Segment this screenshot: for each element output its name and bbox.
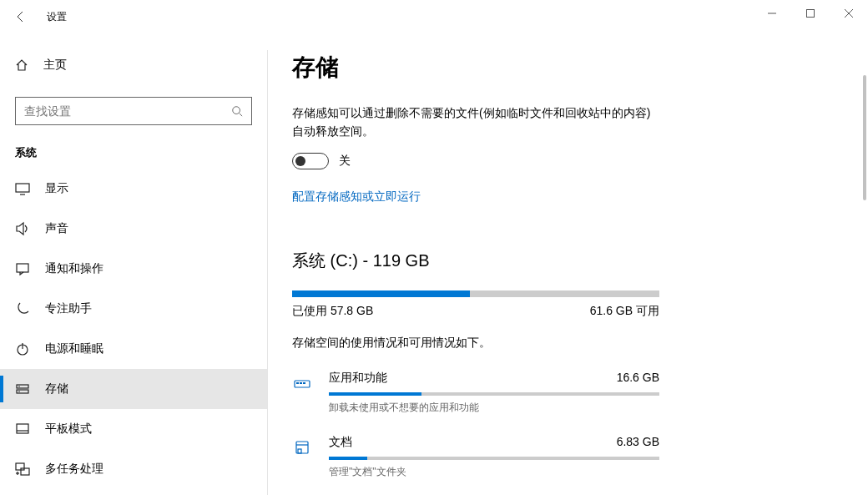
svg-rect-1 (807, 10, 815, 18)
close-button[interactable] (830, 0, 868, 27)
svg-rect-6 (16, 184, 29, 192)
toggle-state-label: 关 (339, 154, 351, 169)
display-icon (15, 181, 30, 196)
drive-usage-bar (292, 290, 659, 297)
sidebar-item-label: 通知和操作 (45, 261, 103, 276)
main-content: 存储 存储感知可以通过删除不需要的文件(例如临时文件和回收站中的内容)自动释放空… (267, 33, 868, 495)
power-icon (15, 341, 30, 356)
sidebar-section-title: 系统 (0, 130, 267, 169)
sidebar-item-storage[interactable]: 存储 (0, 369, 267, 409)
svg-rect-26 (298, 449, 301, 453)
drive-used-label: 已使用 57.8 GB (292, 304, 373, 319)
category-fill (329, 457, 367, 460)
notifications-icon (15, 261, 30, 276)
sidebar-nav: 显示声音通知和操作专注助手电源和睡眠存储平板模式多任务处理 (0, 169, 267, 489)
svg-rect-23 (300, 382, 302, 384)
sidebar-item-focus[interactable]: 专注助手 (0, 289, 267, 329)
sidebar: 主页 系统 显示声音通知和操作专注助手电源和睡眠存储平板模式多任务处理 (0, 33, 267, 495)
maximize-icon (806, 9, 815, 18)
sidebar-item-notifications[interactable]: 通知和操作 (0, 249, 267, 289)
minimize-button[interactable] (753, 0, 791, 27)
storage-category[interactable]: 文档6.83 GB管理"文档"文件夹 (292, 435, 659, 479)
category-name: 应用和功能 (329, 371, 387, 386)
drive-free-label: 61.6 GB 可用 (590, 304, 659, 319)
toggle-knob (295, 156, 305, 166)
sidebar-home-label: 主页 (43, 58, 67, 73)
window-title: 设置 (47, 10, 67, 24)
sidebar-item-tablet[interactable]: 平板模式 (0, 409, 267, 449)
search-icon (223, 98, 251, 124)
svg-rect-11 (17, 385, 28, 388)
svg-rect-24 (303, 382, 305, 384)
storage-category[interactable]: 应用和功能16.6 GB卸载未使用或不想要的应用和功能 (292, 371, 659, 415)
storage-sense-toggle[interactable] (292, 153, 329, 169)
search-box[interactable] (15, 97, 252, 125)
sidebar-item-label: 专注助手 (45, 301, 92, 316)
configure-storage-sense-link[interactable]: 配置存储感知或立即运行 (292, 189, 421, 205)
category-bar (329, 457, 659, 460)
svg-point-14 (18, 391, 20, 392)
drive-title: 系统 (C:) - 119 GB (292, 250, 835, 272)
category-bar (329, 392, 659, 396)
multitask-icon (15, 462, 30, 477)
usage-description: 存储空间的使用情况和可用情况如下。 (292, 336, 835, 351)
storage-icon (15, 381, 30, 397)
apps-icon (292, 373, 312, 393)
svg-point-13 (18, 386, 20, 387)
scrollbar[interactable] (863, 75, 866, 200)
category-hint: 卸载未使用或不想要的应用和功能 (329, 401, 659, 415)
sidebar-item-label: 电源和睡眠 (45, 341, 103, 356)
sidebar-item-power[interactable]: 电源和睡眠 (0, 329, 267, 369)
tablet-icon (15, 422, 30, 437)
svg-point-4 (233, 107, 240, 114)
focus-icon (15, 301, 30, 316)
sidebar-item-multitask[interactable]: 多任务处理 (0, 449, 267, 489)
category-name: 文档 (329, 435, 352, 450)
category-size: 6.83 GB (617, 435, 659, 450)
svg-rect-18 (21, 468, 29, 475)
svg-rect-12 (17, 390, 28, 393)
category-hint: 管理"文档"文件夹 (329, 465, 659, 479)
svg-rect-22 (296, 382, 299, 384)
category-fill (329, 392, 421, 396)
svg-rect-17 (16, 463, 24, 470)
arrow-left-icon (14, 10, 28, 23)
page-title: 存储 (292, 52, 835, 83)
svg-rect-8 (17, 264, 28, 272)
sidebar-item-label: 声音 (45, 221, 68, 236)
home-icon (15, 58, 28, 72)
sidebar-item-display[interactable]: 显示 (0, 169, 267, 209)
sound-icon (15, 221, 30, 236)
maximize-button[interactable] (791, 0, 830, 27)
close-icon (845, 9, 853, 18)
search-input[interactable] (16, 98, 223, 124)
sidebar-home[interactable]: 主页 (0, 48, 267, 82)
sidebar-item-label: 显示 (45, 181, 68, 196)
sidebar-item-label: 多任务处理 (45, 462, 103, 477)
sidebar-item-sound[interactable]: 声音 (0, 209, 267, 249)
minimize-icon (768, 9, 776, 18)
back-button[interactable] (8, 4, 33, 29)
storage-sense-description: 存储感知可以通过删除不需要的文件(例如临时文件和回收站中的内容)自动释放空间。 (292, 104, 659, 141)
svg-rect-15 (17, 424, 28, 433)
svg-line-5 (240, 114, 243, 117)
drive-usage-fill (292, 290, 470, 297)
category-size: 16.6 GB (617, 371, 659, 386)
sidebar-item-label: 平板模式 (45, 422, 92, 437)
sidebar-item-label: 存储 (45, 381, 68, 397)
docs-icon (292, 437, 312, 457)
